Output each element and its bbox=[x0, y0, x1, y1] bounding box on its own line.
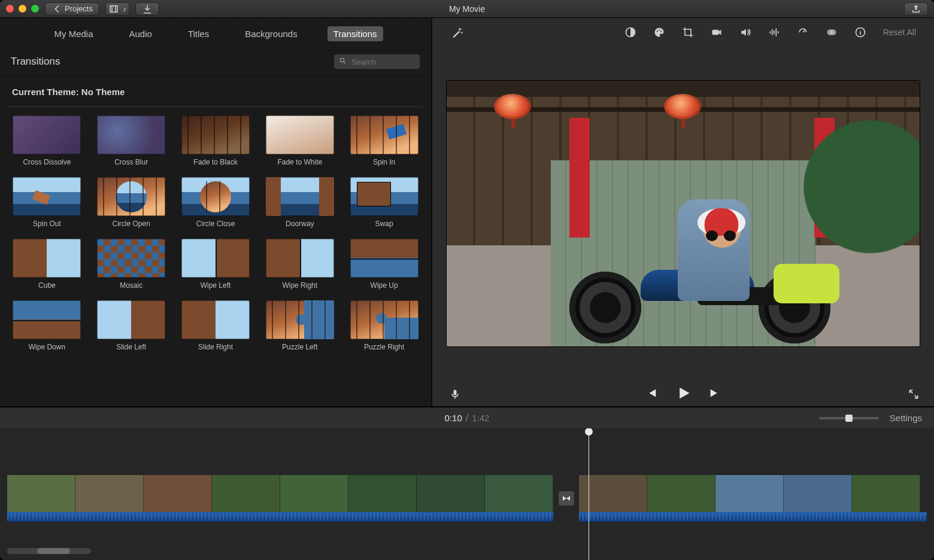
stabilization-button[interactable] bbox=[711, 26, 723, 38]
play-icon bbox=[675, 385, 692, 401]
tab-my-media[interactable]: My Media bbox=[48, 26, 99, 41]
speaker-icon bbox=[739, 26, 751, 38]
share-button[interactable] bbox=[904, 2, 928, 16]
transition-wipe-right[interactable]: Wipe Right bbox=[265, 239, 335, 290]
playhead[interactable] bbox=[589, 428, 589, 560]
filmstrip-icon bbox=[108, 4, 119, 14]
music-note-icon: ♪ bbox=[123, 5, 126, 13]
timeline-settings-button[interactable]: Settings bbox=[890, 413, 922, 423]
equalizer-icon bbox=[768, 26, 780, 38]
transition-wipe-left[interactable]: Wipe Left bbox=[181, 239, 251, 290]
info-icon bbox=[854, 26, 866, 38]
voiceover-button[interactable] bbox=[449, 388, 461, 400]
transition-doorway[interactable]: Doorway bbox=[265, 177, 335, 228]
tab-titles[interactable]: Titles bbox=[182, 26, 215, 41]
timecode-total: 1:42 bbox=[472, 413, 489, 424]
preview-image[interactable] bbox=[447, 81, 920, 346]
transition-cross-dissolve[interactable]: Cross Dissolve bbox=[12, 115, 82, 166]
svg-point-4 bbox=[660, 31, 662, 32]
search-field[interactable] bbox=[350, 57, 404, 67]
current-theme-label: Current Theme: No Theme bbox=[0, 76, 431, 103]
library-pane: My Media Audio Titles Backgrounds Transi… bbox=[0, 18, 432, 406]
search-icon bbox=[339, 57, 347, 66]
preview-pane: Reset All bbox=[432, 18, 934, 406]
transition-circle-open[interactable]: Circle Open bbox=[96, 177, 166, 228]
camera-icon bbox=[711, 26, 723, 38]
timecode-current: 0:10 bbox=[445, 413, 462, 424]
search-input[interactable] bbox=[333, 54, 420, 69]
app-window: Projects ♪ My Movie My Media Audio Title… bbox=[0, 0, 934, 560]
zoom-window-icon[interactable] bbox=[31, 5, 39, 13]
transition-circle-close[interactable]: Circle Close bbox=[181, 177, 251, 228]
reset-all-button[interactable]: Reset All bbox=[883, 28, 916, 37]
crop-icon bbox=[682, 26, 694, 38]
timeline-scrollbar[interactable] bbox=[7, 548, 91, 554]
color-balance-button[interactable] bbox=[624, 26, 636, 38]
transition-fade-to-white[interactable]: Fade to White bbox=[265, 115, 335, 166]
svg-point-7 bbox=[830, 29, 836, 35]
svg-rect-5 bbox=[712, 30, 718, 35]
timecode-bar: 0:10 / 1:42 Settings bbox=[0, 407, 934, 428]
bowtie-icon bbox=[562, 494, 571, 503]
timeline-clip-1[interactable] bbox=[7, 475, 553, 512]
svg-rect-9 bbox=[454, 390, 457, 395]
transition-cube[interactable]: Cube bbox=[12, 239, 82, 290]
tab-transitions[interactable]: Transitions bbox=[327, 26, 383, 41]
transition-puzzle-right[interactable]: Puzzle Right bbox=[349, 300, 419, 351]
preview-toolbar: Reset All bbox=[432, 18, 934, 44]
transition-swap[interactable]: Swap bbox=[349, 177, 419, 228]
transition-chip-icon[interactable] bbox=[558, 491, 575, 506]
clip-filter-button[interactable] bbox=[826, 26, 838, 38]
transition-puzzle-left[interactable]: Puzzle Left bbox=[265, 300, 335, 351]
crop-button[interactable] bbox=[682, 26, 694, 38]
speedometer-icon bbox=[797, 26, 809, 38]
projects-label: Projects bbox=[65, 4, 93, 13]
enhance-button[interactable] bbox=[451, 26, 463, 38]
transition-wipe-up[interactable]: Wipe Up bbox=[349, 239, 419, 290]
volume-button[interactable] bbox=[739, 26, 751, 38]
back-to-projects-button[interactable]: Projects bbox=[45, 2, 99, 16]
microphone-icon bbox=[449, 388, 461, 401]
tab-backgrounds[interactable]: Backgrounds bbox=[239, 26, 304, 41]
info-button[interactable] bbox=[854, 26, 866, 38]
svg-point-2 bbox=[656, 31, 657, 32]
transition-mosaic[interactable]: Mosaic bbox=[96, 239, 166, 290]
transition-wipe-down[interactable]: Wipe Down bbox=[12, 300, 82, 351]
transition-fade-to-black[interactable]: Fade to Black bbox=[181, 115, 251, 166]
next-frame-button[interactable] bbox=[708, 386, 721, 402]
media-view-button[interactable]: ♪ bbox=[105, 2, 129, 16]
magic-wand-icon bbox=[451, 26, 463, 38]
transition-slide-left[interactable]: Slide Left bbox=[96, 300, 166, 351]
chevron-left-icon bbox=[51, 4, 62, 14]
timeline-transition-slot[interactable] bbox=[553, 475, 579, 522]
play-button[interactable] bbox=[675, 385, 692, 404]
window-traffic-lights bbox=[6, 5, 39, 13]
skip-forward-icon bbox=[708, 386, 721, 400]
timeline-clip-2[interactable] bbox=[579, 475, 927, 512]
library-title: Transitions bbox=[11, 56, 60, 68]
import-button[interactable] bbox=[135, 2, 159, 16]
minimize-window-icon[interactable] bbox=[19, 5, 26, 13]
transition-spin-out[interactable]: Spin Out bbox=[12, 177, 82, 228]
close-window-icon[interactable] bbox=[6, 5, 14, 13]
preview-viewport bbox=[447, 44, 920, 382]
noise-reduction-button[interactable] bbox=[768, 26, 780, 38]
preview-controls bbox=[432, 382, 934, 406]
download-icon bbox=[142, 4, 153, 14]
skip-back-icon bbox=[645, 386, 658, 400]
transitions-grid: Cross Dissolve Cross Blur Fade to Black … bbox=[0, 115, 431, 358]
speed-button[interactable] bbox=[797, 26, 809, 38]
timeline-zoom-slider[interactable] bbox=[819, 417, 879, 419]
timeline[interactable] bbox=[0, 428, 934, 560]
fullscreen-icon bbox=[908, 388, 920, 401]
transition-spin-in[interactable]: Spin In bbox=[349, 115, 419, 166]
prev-frame-button[interactable] bbox=[645, 386, 658, 402]
transition-slide-right[interactable]: Slide Right bbox=[181, 300, 251, 351]
timecode-sep: / bbox=[466, 413, 468, 424]
titlebar: Projects ♪ My Movie bbox=[0, 0, 934, 18]
color-correction-button[interactable] bbox=[653, 26, 665, 38]
fullscreen-button[interactable] bbox=[908, 388, 920, 400]
venn-icon bbox=[826, 26, 838, 38]
tab-audio[interactable]: Audio bbox=[123, 26, 158, 41]
transition-cross-blur[interactable]: Cross Blur bbox=[96, 115, 166, 166]
